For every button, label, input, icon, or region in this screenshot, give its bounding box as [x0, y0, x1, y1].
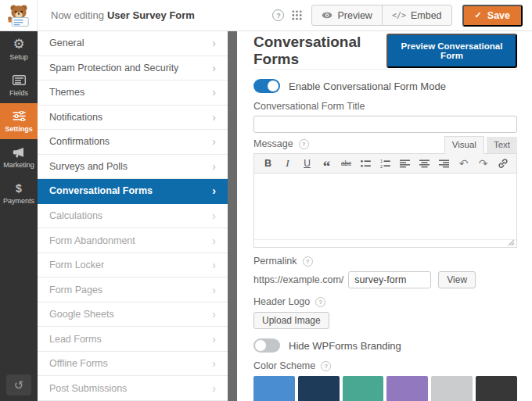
embed-button[interactable]: </> Embed	[382, 5, 452, 26]
message-label: Message ?	[253, 138, 309, 149]
chevron-right-icon: ›	[212, 87, 216, 98]
settings-menu-item-confirmations[interactable]: Confirmations ›	[38, 130, 228, 155]
chevron-right-icon: ›	[212, 136, 216, 147]
editor-toolbar: B I U “ abc 1 2	[253, 153, 517, 174]
settings-menu-item-spam-protection[interactable]: Spam Protection and Security ›	[38, 56, 228, 81]
help-icon[interactable]: ?	[272, 9, 284, 21]
preview-conversational-form-button[interactable]: Preview Conversational Form	[386, 34, 517, 68]
hide-branding-toggle[interactable]	[253, 338, 280, 353]
link-icon[interactable]	[493, 156, 512, 171]
enable-conversational-mode-toggle[interactable]	[253, 79, 280, 93]
nav-item-payments[interactable]: $ Payments	[0, 175, 38, 211]
toggle-knob	[268, 81, 279, 91]
settings-menu-item-conversational-forms[interactable]: Conversational Forms ›	[38, 179, 228, 204]
settings-menu-item-form-abandonment[interactable]: Form Abandonment ›	[38, 228, 228, 253]
topbar-actions: ? Preview	[272, 5, 532, 27]
nav-item-fields[interactable]: Fields	[0, 67, 38, 103]
settings-menu-item-lead-forms[interactable]: Lead Forms ›	[38, 327, 228, 352]
help-icon[interactable]: ?	[299, 139, 309, 149]
sliders-icon	[13, 109, 26, 123]
color-swatch-light-gray[interactable]	[431, 376, 473, 401]
panel-divider	[228, 31, 237, 401]
editor-tabs: Visual Text	[444, 136, 517, 153]
nav-item-marketing[interactable]: Marketing	[0, 139, 38, 175]
save-button[interactable]: ✓ Save	[462, 5, 523, 27]
settings-menu-item-themes[interactable]: Themes ›	[38, 81, 228, 106]
color-scheme-label: Color Scheme ?	[253, 360, 517, 371]
chevron-right-icon: ›	[212, 112, 216, 123]
settings-menu-item-surveys-and-polls[interactable]: Surveys and Polls ›	[38, 155, 228, 180]
nav-label: Payments	[3, 197, 34, 205]
settings-menu-item-notifications[interactable]: Notifications ›	[38, 106, 228, 131]
wpforms-logo	[0, 0, 38, 30]
settings-menu-item-calculations[interactable]: Calculations ›	[38, 204, 228, 229]
settings-menu-item-post-submissions[interactable]: Post Submissions ›	[38, 376, 228, 401]
align-center-icon[interactable]	[415, 156, 434, 171]
conversational-forms-panel: Conversational Forms Preview Conversatio…	[237, 31, 532, 401]
bulleted-list-icon[interactable]	[356, 156, 376, 171]
revisions-button[interactable]: ↺	[6, 374, 31, 396]
settings-menu-item-google-sheets[interactable]: Google Sheets ›	[38, 303, 228, 328]
upload-image-button[interactable]: Upload Image	[253, 312, 329, 329]
conversational-form-title-input[interactable]	[253, 116, 517, 133]
help-icon[interactable]: ?	[303, 256, 313, 267]
permalink-slug-input[interactable]	[348, 271, 431, 288]
tab-text[interactable]: Text	[487, 137, 517, 153]
color-swatch-navy[interactable]	[298, 376, 340, 401]
color-swatch-dark-gray[interactable]	[476, 376, 517, 401]
redo-icon[interactable]: ↷	[473, 156, 493, 171]
message-editor[interactable]	[254, 174, 516, 239]
form-title-label: Conversational Form Title	[253, 101, 517, 112]
underline-icon[interactable]: U	[297, 156, 317, 171]
wpforms-builder-window: Now editingUser Survey Form ?	[0, 0, 532, 401]
nav-label: Settings	[5, 125, 33, 133]
fields-icon	[13, 73, 26, 87]
chevron-right-icon: ›	[212, 358, 216, 369]
eye-icon	[322, 12, 332, 19]
apps-grid-icon[interactable]	[292, 10, 302, 20]
chevron-right-icon: ›	[212, 383, 216, 394]
save-label: Save	[487, 10, 510, 21]
form-name: User Survey Form	[107, 9, 195, 21]
nav-item-settings[interactable]: Settings	[0, 103, 38, 139]
hide-branding-label: Hide WPForms Branding	[289, 340, 401, 352]
settings-menu-item-form-pages[interactable]: Form Pages ›	[38, 277, 228, 303]
nav-label: Marketing	[3, 161, 34, 169]
strikethrough-icon[interactable]: abc	[336, 156, 356, 171]
preview-embed-group: Preview </> Embed	[311, 5, 451, 26]
preview-button[interactable]: Preview	[311, 5, 382, 26]
settings-menu-item-general[interactable]: General ›	[38, 31, 228, 56]
blockquote-icon[interactable]: “	[317, 156, 336, 171]
header-logo-label: Header Logo ?	[253, 296, 517, 307]
message-editor-wrap	[253, 174, 517, 248]
numbered-list-icon[interactable]: 1 2	[376, 156, 395, 171]
color-swatch-green[interactable]	[343, 376, 384, 401]
help-icon[interactable]: ?	[315, 297, 325, 307]
check-icon: ✓	[475, 10, 482, 20]
resize-handle[interactable]	[508, 239, 515, 246]
tab-visual[interactable]: Visual	[444, 136, 484, 154]
nav-item-setup[interactable]: ⚙ Setup	[0, 31, 38, 67]
help-icon[interactable]: ?	[321, 361, 331, 371]
dollar-icon: $	[16, 181, 22, 195]
nav-label: Fields	[9, 89, 28, 97]
settings-menu-item-form-locker[interactable]: Form Locker ›	[38, 253, 228, 278]
history-icon: ↺	[14, 378, 24, 392]
toggle-knob	[255, 340, 266, 351]
color-swatch-purple[interactable]	[386, 376, 428, 401]
chevron-right-icon: ›	[212, 285, 216, 295]
chevron-right-icon: ›	[212, 210, 216, 221]
italic-icon[interactable]: I	[278, 156, 297, 171]
wpforms-bear-icon	[5, 3, 32, 28]
permalink-label: Permalink ?	[253, 256, 517, 267]
align-right-icon[interactable]	[434, 156, 454, 171]
now-editing-text: Now editingUser Survey Form	[51, 9, 195, 21]
align-left-icon[interactable]	[395, 156, 415, 171]
color-swatch-blue[interactable]	[253, 376, 295, 401]
nav-label: Setup	[9, 53, 28, 61]
chevron-right-icon: ›	[212, 309, 216, 320]
bold-icon[interactable]: B	[258, 156, 278, 171]
undo-icon[interactable]: ↶	[454, 156, 473, 171]
settings-menu-item-offline-forms[interactable]: Offline Forms ›	[38, 352, 228, 377]
view-button[interactable]: View	[438, 271, 476, 288]
